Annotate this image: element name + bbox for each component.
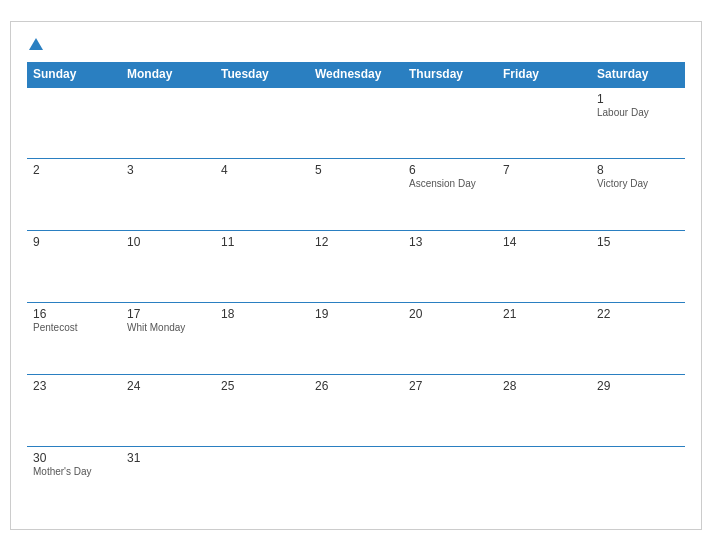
col-header-wednesday: Wednesday [309,62,403,87]
day-number: 31 [127,451,209,465]
day-cell: 30Mother's Day [27,447,121,519]
week-row-5: 23242526272829 [27,375,685,447]
day-cell: 8Victory Day [591,159,685,231]
col-header-sunday: Sunday [27,62,121,87]
day-cell [591,447,685,519]
day-number: 17 [127,307,209,321]
day-cell: 6Ascension Day [403,159,497,231]
day-number: 18 [221,307,303,321]
day-number: 9 [33,235,115,249]
day-number: 11 [221,235,303,249]
column-header-row: SundayMondayTuesdayWednesdayThursdayFrid… [27,62,685,87]
day-cell: 11 [215,231,309,303]
day-cell: 16Pentecost [27,303,121,375]
day-number: 5 [315,163,397,177]
day-cell: 21 [497,303,591,375]
day-cell: 29 [591,375,685,447]
day-cell: 1Labour Day [591,87,685,159]
day-cell [121,87,215,159]
day-cell [27,87,121,159]
day-number: 7 [503,163,585,177]
day-cell: 14 [497,231,591,303]
day-cell: 12 [309,231,403,303]
col-header-thursday: Thursday [403,62,497,87]
week-row-1: 1Labour Day [27,87,685,159]
day-cell: 4 [215,159,309,231]
col-header-friday: Friday [497,62,591,87]
day-number: 26 [315,379,397,393]
day-cell [403,447,497,519]
logo-triangle-icon [29,38,43,50]
day-cell: 24 [121,375,215,447]
day-cell: 17Whit Monday [121,303,215,375]
col-header-saturday: Saturday [591,62,685,87]
day-cell: 22 [591,303,685,375]
week-row-6: 30Mother's Day31 [27,447,685,519]
day-cell: 27 [403,375,497,447]
day-cell: 26 [309,375,403,447]
day-number: 25 [221,379,303,393]
day-number: 10 [127,235,209,249]
day-cell [309,87,403,159]
day-cell [497,447,591,519]
day-event: Pentecost [33,322,115,333]
day-number: 6 [409,163,491,177]
day-number: 27 [409,379,491,393]
day-number: 1 [597,92,679,106]
day-cell: 23 [27,375,121,447]
day-cell: 7 [497,159,591,231]
col-header-monday: Monday [121,62,215,87]
day-number: 12 [315,235,397,249]
day-cell: 9 [27,231,121,303]
day-cell: 10 [121,231,215,303]
day-cell: 2 [27,159,121,231]
day-number: 4 [221,163,303,177]
day-number: 20 [409,307,491,321]
day-number: 2 [33,163,115,177]
day-cell: 18 [215,303,309,375]
day-number: 28 [503,379,585,393]
header-row [27,38,685,54]
day-cell: 5 [309,159,403,231]
day-number: 23 [33,379,115,393]
day-number: 15 [597,235,679,249]
logo [27,38,43,54]
day-cell: 13 [403,231,497,303]
logo-text [27,38,43,54]
week-row-3: 9101112131415 [27,231,685,303]
day-cell [497,87,591,159]
day-number: 3 [127,163,209,177]
day-cell [215,87,309,159]
day-number: 29 [597,379,679,393]
calendar-container: SundayMondayTuesdayWednesdayThursdayFrid… [10,21,702,530]
day-cell: 15 [591,231,685,303]
day-cell: 3 [121,159,215,231]
col-header-tuesday: Tuesday [215,62,309,87]
day-cell [403,87,497,159]
day-number: 13 [409,235,491,249]
day-number: 30 [33,451,115,465]
day-cell: 31 [121,447,215,519]
day-number: 22 [597,307,679,321]
day-event: Labour Day [597,107,679,118]
day-cell: 25 [215,375,309,447]
day-event: Ascension Day [409,178,491,189]
day-number: 24 [127,379,209,393]
day-number: 16 [33,307,115,321]
day-cell: 28 [497,375,591,447]
day-event: Victory Day [597,178,679,189]
week-row-4: 16Pentecost17Whit Monday1819202122 [27,303,685,375]
week-row-2: 23456Ascension Day78Victory Day [27,159,685,231]
day-number: 14 [503,235,585,249]
day-number: 8 [597,163,679,177]
day-number: 21 [503,307,585,321]
day-event: Whit Monday [127,322,209,333]
day-cell [309,447,403,519]
day-cell: 20 [403,303,497,375]
day-number: 19 [315,307,397,321]
calendar-table: SundayMondayTuesdayWednesdayThursdayFrid… [27,62,685,519]
day-cell [215,447,309,519]
day-event: Mother's Day [33,466,115,477]
day-cell: 19 [309,303,403,375]
